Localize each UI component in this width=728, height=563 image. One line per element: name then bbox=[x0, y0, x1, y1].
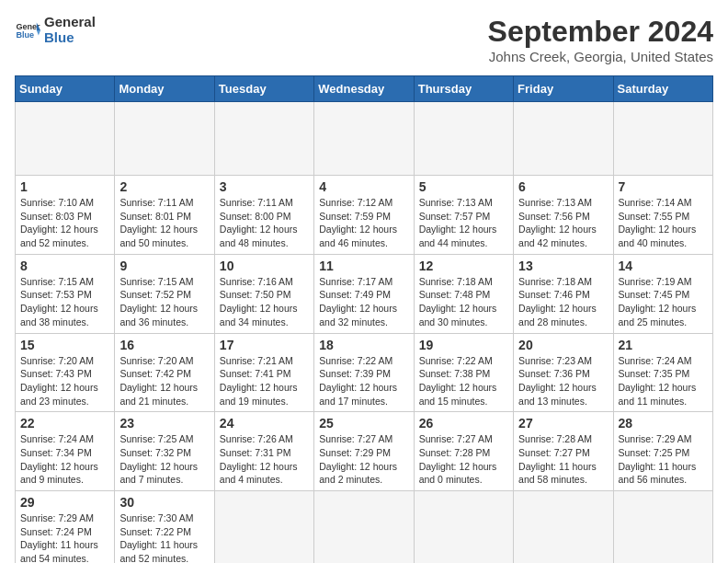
day-info: Sunrise: 7:24 AM Sunset: 7:35 PM Dayligh… bbox=[619, 354, 708, 408]
day-number: 6 bbox=[518, 179, 608, 194]
calendar-cell: 10Sunrise: 7:16 AM Sunset: 7:50 PM Dayli… bbox=[214, 254, 313, 333]
day-info: Sunrise: 7:30 AM Sunset: 7:22 PM Dayligh… bbox=[119, 511, 209, 563]
day-info: Sunrise: 7:18 AM Sunset: 7:48 PM Dayligh… bbox=[419, 275, 508, 329]
calendar-cell: 17Sunrise: 7:21 AM Sunset: 7:41 PM Dayli… bbox=[214, 333, 313, 412]
weekday-header-friday: Friday bbox=[514, 76, 613, 102]
calendar-cell bbox=[115, 102, 214, 176]
day-number: 10 bbox=[220, 259, 309, 273]
calendar-cell: 30Sunrise: 7:30 AM Sunset: 7:22 PM Dayli… bbox=[115, 491, 214, 564]
calendar-cell: 2Sunrise: 7:11 AM Sunset: 8:01 PM Daylig… bbox=[115, 176, 214, 255]
day-info: Sunrise: 7:24 AM Sunset: 7:34 PM Dayligh… bbox=[20, 432, 109, 487]
day-info: Sunrise: 7:15 AM Sunset: 7:53 PM Dayligh… bbox=[20, 275, 109, 329]
day-number: 29 bbox=[20, 495, 109, 510]
calendar-cell bbox=[214, 102, 313, 176]
day-info: Sunrise: 7:15 AM Sunset: 7:52 PM Dayligh… bbox=[119, 275, 209, 329]
day-number: 5 bbox=[419, 179, 508, 194]
calendar-cell: 7Sunrise: 7:14 AM Sunset: 7:55 PM Daylig… bbox=[613, 176, 712, 255]
day-info: Sunrise: 7:21 AM Sunset: 7:41 PM Dayligh… bbox=[220, 354, 309, 408]
day-info: Sunrise: 7:17 AM Sunset: 7:49 PM Dayligh… bbox=[319, 275, 408, 329]
calendar-cell: 8Sunrise: 7:15 AM Sunset: 7:53 PM Daylig… bbox=[16, 254, 115, 333]
calendar-cell bbox=[514, 491, 613, 564]
day-number: 4 bbox=[319, 179, 408, 194]
calendar-cell: 22Sunrise: 7:24 AM Sunset: 7:34 PM Dayli… bbox=[16, 412, 115, 491]
calendar-cell bbox=[613, 491, 712, 564]
day-number: 1 bbox=[20, 179, 109, 194]
calendar-week-row: 1Sunrise: 7:10 AM Sunset: 8:03 PM Daylig… bbox=[16, 176, 713, 255]
day-info: Sunrise: 7:18 AM Sunset: 7:46 PM Dayligh… bbox=[518, 275, 608, 329]
calendar-cell bbox=[414, 102, 513, 176]
calendar-cell: 5Sunrise: 7:13 AM Sunset: 7:57 PM Daylig… bbox=[414, 176, 513, 255]
page-header: General Blue General Blue September 2024… bbox=[15, 15, 713, 64]
weekday-header-saturday: Saturday bbox=[613, 76, 712, 102]
day-number: 3 bbox=[220, 179, 309, 194]
calendar-cell bbox=[314, 102, 414, 176]
day-number: 25 bbox=[319, 416, 408, 431]
calendar-cell: 3Sunrise: 7:11 AM Sunset: 8:00 PM Daylig… bbox=[214, 176, 313, 255]
calendar-cell: 20Sunrise: 7:23 AM Sunset: 7:36 PM Dayli… bbox=[514, 333, 613, 412]
day-info: Sunrise: 7:10 AM Sunset: 8:03 PM Dayligh… bbox=[20, 196, 109, 250]
calendar-cell: 24Sunrise: 7:26 AM Sunset: 7:31 PM Dayli… bbox=[214, 412, 313, 491]
day-number: 27 bbox=[518, 416, 608, 431]
day-info: Sunrise: 7:13 AM Sunset: 7:56 PM Dayligh… bbox=[518, 196, 608, 250]
day-info: Sunrise: 7:22 AM Sunset: 7:38 PM Dayligh… bbox=[419, 354, 508, 408]
calendar-week-row: 15Sunrise: 7:20 AM Sunset: 7:43 PM Dayli… bbox=[16, 333, 713, 412]
calendar-cell: 6Sunrise: 7:13 AM Sunset: 7:56 PM Daylig… bbox=[514, 176, 613, 255]
day-number: 16 bbox=[119, 338, 209, 352]
calendar-week-row: 22Sunrise: 7:24 AM Sunset: 7:34 PM Dayli… bbox=[16, 412, 713, 491]
calendar-cell: 25Sunrise: 7:27 AM Sunset: 7:29 PM Dayli… bbox=[314, 412, 414, 491]
day-number: 20 bbox=[518, 338, 608, 352]
location-subtitle: Johns Creek, Georgia, United States bbox=[488, 49, 713, 64]
day-info: Sunrise: 7:29 AM Sunset: 7:24 PM Dayligh… bbox=[20, 511, 109, 563]
day-number: 22 bbox=[20, 416, 109, 431]
logo: General Blue General Blue bbox=[15, 15, 96, 45]
svg-marker-3 bbox=[37, 30, 40, 36]
weekday-header-tuesday: Tuesday bbox=[214, 76, 313, 102]
calendar-cell: 4Sunrise: 7:12 AM Sunset: 7:59 PM Daylig… bbox=[314, 176, 414, 255]
day-number: 11 bbox=[319, 259, 408, 273]
day-number: 24 bbox=[220, 416, 309, 431]
day-number: 7 bbox=[619, 179, 708, 194]
day-number: 19 bbox=[419, 338, 508, 352]
day-number: 15 bbox=[20, 338, 109, 352]
day-info: Sunrise: 7:11 AM Sunset: 8:00 PM Dayligh… bbox=[220, 196, 309, 250]
day-info: Sunrise: 7:27 AM Sunset: 7:29 PM Dayligh… bbox=[319, 432, 408, 487]
weekday-header-sunday: Sunday bbox=[16, 76, 115, 102]
logo-general: General bbox=[44, 15, 96, 30]
calendar-cell: 12Sunrise: 7:18 AM Sunset: 7:48 PM Dayli… bbox=[414, 254, 513, 333]
day-info: Sunrise: 7:12 AM Sunset: 7:59 PM Dayligh… bbox=[319, 196, 408, 250]
calendar-cell bbox=[214, 491, 313, 564]
logo-blue: Blue bbox=[44, 30, 96, 46]
day-info: Sunrise: 7:19 AM Sunset: 7:45 PM Dayligh… bbox=[619, 275, 708, 329]
day-info: Sunrise: 7:28 AM Sunset: 7:27 PM Dayligh… bbox=[518, 432, 608, 487]
day-info: Sunrise: 7:22 AM Sunset: 7:39 PM Dayligh… bbox=[319, 354, 408, 408]
calendar-cell: 26Sunrise: 7:27 AM Sunset: 7:28 PM Dayli… bbox=[414, 412, 513, 491]
day-number: 23 bbox=[119, 416, 209, 431]
calendar-week-row: 8Sunrise: 7:15 AM Sunset: 7:53 PM Daylig… bbox=[16, 254, 713, 333]
calendar-cell: 21Sunrise: 7:24 AM Sunset: 7:35 PM Dayli… bbox=[613, 333, 712, 412]
day-number: 9 bbox=[119, 259, 209, 273]
day-number: 8 bbox=[20, 259, 109, 273]
day-info: Sunrise: 7:23 AM Sunset: 7:36 PM Dayligh… bbox=[518, 354, 608, 408]
day-number: 30 bbox=[119, 495, 209, 510]
title-block: September 2024 Johns Creek, Georgia, Uni… bbox=[488, 15, 713, 64]
calendar-table: SundayMondayTuesdayWednesdayThursdayFrid… bbox=[15, 75, 713, 563]
day-number: 13 bbox=[518, 259, 608, 273]
calendar-cell bbox=[613, 102, 712, 176]
calendar-cell: 23Sunrise: 7:25 AM Sunset: 7:32 PM Dayli… bbox=[115, 412, 214, 491]
month-year-title: September 2024 bbox=[488, 15, 713, 49]
calendar-cell: 18Sunrise: 7:22 AM Sunset: 7:39 PM Dayli… bbox=[314, 333, 414, 412]
svg-text:Blue: Blue bbox=[16, 30, 34, 40]
day-number: 14 bbox=[619, 259, 708, 273]
calendar-week-row: 29Sunrise: 7:29 AM Sunset: 7:24 PM Dayli… bbox=[16, 491, 713, 564]
day-info: Sunrise: 7:25 AM Sunset: 7:32 PM Dayligh… bbox=[119, 432, 209, 487]
calendar-cell bbox=[514, 102, 613, 176]
calendar-cell: 19Sunrise: 7:22 AM Sunset: 7:38 PM Dayli… bbox=[414, 333, 513, 412]
day-info: Sunrise: 7:20 AM Sunset: 7:43 PM Dayligh… bbox=[20, 354, 109, 408]
calendar-cell: 16Sunrise: 7:20 AM Sunset: 7:42 PM Dayli… bbox=[115, 333, 214, 412]
weekday-header-thursday: Thursday bbox=[414, 76, 513, 102]
day-info: Sunrise: 7:16 AM Sunset: 7:50 PM Dayligh… bbox=[220, 275, 309, 329]
calendar-cell: 11Sunrise: 7:17 AM Sunset: 7:49 PM Dayli… bbox=[314, 254, 414, 333]
calendar-cell: 27Sunrise: 7:28 AM Sunset: 7:27 PM Dayli… bbox=[514, 412, 613, 491]
calendar-cell bbox=[16, 102, 115, 176]
calendar-header-row: SundayMondayTuesdayWednesdayThursdayFrid… bbox=[16, 76, 713, 102]
